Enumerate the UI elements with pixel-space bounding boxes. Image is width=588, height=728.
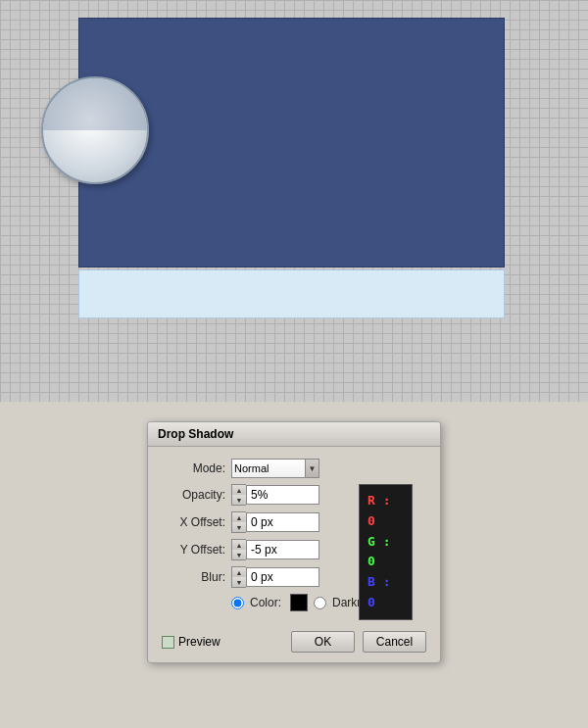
circle-shape <box>41 76 149 184</box>
mode-select[interactable]: Normal Multiply Screen Overlay <box>231 459 319 478</box>
y-offset-up-button[interactable]: ▲ <box>232 540 246 550</box>
x-offset-label: X Offset: <box>162 515 225 529</box>
dialog-footer: Preview OK Cancel <box>148 627 440 662</box>
dialog-body: Mode: Normal Multiply Screen Overlay ▼ O… <box>148 447 440 627</box>
y-offset-input[interactable] <box>246 540 319 559</box>
x-offset-input[interactable] <box>246 512 319 532</box>
y-offset-spinner-buttons: ▲ ▼ <box>231 539 246 560</box>
y-offset-label: Y Offset: <box>162 543 225 557</box>
canvas-area <box>0 0 588 402</box>
preview-label[interactable]: Preview <box>178 635 220 649</box>
dialog-title: Drop Shadow <box>158 427 233 441</box>
blur-spinner: ▲ ▼ <box>231 566 319 588</box>
rgb-b-value: B : 0 <box>368 572 404 613</box>
mode-row: Mode: Normal Multiply Screen Overlay ▼ <box>162 459 426 478</box>
opacity-spinner: ▲ ▼ <box>231 484 319 506</box>
color-swatch[interactable] <box>290 594 308 611</box>
opacity-down-button[interactable]: ▼ <box>232 495 246 505</box>
bottom-panel: Drop Shadow Mode: Normal Multiply Screen… <box>0 402 588 728</box>
rgb-g-value: G : 0 <box>368 532 404 573</box>
preview-checkbox[interactable] <box>162 636 174 649</box>
preview-check-group: Preview <box>162 635 220 649</box>
opacity-spinner-buttons: ▲ ▼ <box>231 484 246 506</box>
y-offset-spinner: ▲ ▼ <box>231 539 319 560</box>
x-offset-spinner-buttons: ▲ ▼ <box>231 511 246 533</box>
x-offset-spinner: ▲ ▼ <box>231 511 319 533</box>
opacity-input[interactable] <box>246 485 319 505</box>
rgb-r-value: R : 0 <box>368 491 404 532</box>
cancel-button[interactable]: Cancel <box>363 631 426 653</box>
rgb-display: R : 0 G : 0 B : 0 <box>359 484 413 620</box>
darkness-radio[interactable] <box>314 597 326 609</box>
y-offset-down-button[interactable]: ▼ <box>232 550 246 559</box>
mode-label: Mode: <box>162 461 225 475</box>
blur-spinner-buttons: ▲ ▼ <box>231 566 246 588</box>
form-rows-wrapper: Opacity: ▲ ▼ X Offset: ▲ <box>162 484 426 588</box>
drop-shadow-dialog: Drop Shadow Mode: Normal Multiply Screen… <box>147 421 441 663</box>
blur-input[interactable] <box>246 567 319 587</box>
blur-up-button[interactable]: ▲ <box>232 567 246 577</box>
ok-button[interactable]: OK <box>291 631 355 653</box>
opacity-label: Opacity: <box>162 488 225 502</box>
blur-down-button[interactable]: ▼ <box>232 577 246 587</box>
opacity-up-button[interactable]: ▲ <box>232 485 246 495</box>
blur-label: Blur: <box>162 570 225 584</box>
dialog-titlebar: Drop Shadow <box>148 422 440 447</box>
mode-select-wrapper[interactable]: Normal Multiply Screen Overlay ▼ <box>231 459 319 478</box>
color-label: Color: <box>250 596 281 609</box>
x-offset-down-button[interactable]: ▼ <box>232 522 246 532</box>
color-radio[interactable] <box>231 597 244 609</box>
light-strip <box>78 269 505 318</box>
x-offset-up-button[interactable]: ▲ <box>232 512 246 522</box>
